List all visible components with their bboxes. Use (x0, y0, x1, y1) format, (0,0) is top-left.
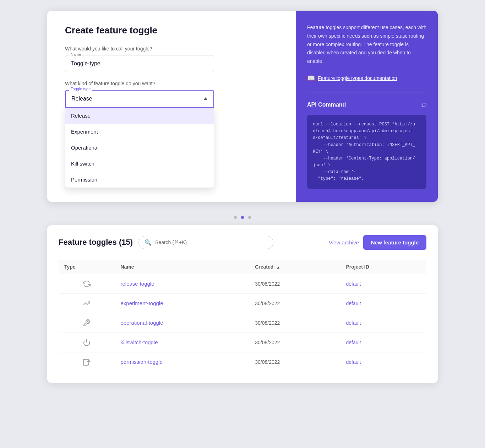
toggle-name-link[interactable]: experiment-toggle (120, 300, 163, 306)
experiment-type-icon (64, 299, 109, 307)
view-archive-button[interactable]: View archive (329, 239, 359, 245)
chevron-up-icon (203, 97, 208, 100)
type-cell (59, 333, 115, 352)
list-header: Feature toggles (15) 🔍 View archive New … (59, 235, 426, 250)
list-title: Feature toggles (15) (59, 238, 133, 247)
project-cell: default (340, 313, 426, 333)
name-cell: killswitch-toggle (115, 333, 249, 352)
col-type: Type (59, 260, 115, 274)
project-id-link[interactable]: default (346, 281, 361, 287)
toggle-name-link[interactable]: release-toggle (120, 281, 154, 287)
dot-2[interactable] (241, 216, 244, 219)
project-cell: default (340, 293, 426, 313)
name-cell: release-toggle (115, 274, 249, 293)
api-command-title: API Command (307, 102, 346, 108)
dropdown-item-operational[interactable]: Operational (65, 140, 214, 156)
project-id-link[interactable]: default (346, 301, 361, 306)
type-cell (59, 274, 115, 293)
name-input-wrapper: Name (65, 55, 282, 72)
modal-right-panel: Feature toggles support different use ca… (296, 11, 438, 202)
project-id-link[interactable]: default (346, 340, 361, 345)
type-cell (59, 313, 115, 333)
doc-link-label: Feature toggle types documentation (318, 75, 397, 81)
search-box[interactable]: 🔍 (138, 236, 273, 249)
type-cell (59, 352, 115, 372)
divider (307, 92, 426, 92)
copy-icon[interactable]: ⧉ (421, 101, 426, 109)
dropdown-item-experiment[interactable]: Experiment (65, 124, 214, 140)
type-floating-label: Toggle type (69, 87, 92, 91)
name-cell: experiment-toggle (115, 293, 249, 313)
info-text: Feature toggles support different use ca… (307, 23, 426, 66)
modal-left-panel: Create feature toggle What would you lik… (47, 11, 296, 202)
table-body: release-toggle 30/08/2022 default experi… (59, 274, 426, 372)
toggle-type-select[interactable]: Release (65, 90, 214, 108)
toggle-name-link[interactable]: permission-toggle (120, 359, 162, 365)
search-icon: 🔍 (145, 239, 152, 246)
created-date: 30/08/2022 (255, 340, 280, 345)
table-row: operational-toggle 30/08/2022 default (59, 313, 426, 333)
operational-type-icon (64, 319, 109, 327)
name-floating-label: Name (69, 52, 82, 56)
created-date: 30/08/2022 (255, 281, 280, 287)
created-date: 30/08/2022 (255, 359, 280, 365)
pagination-dots (7, 209, 478, 225)
header-actions: View archive New feature toggle (329, 235, 426, 250)
api-code-block: curl --location --request POST 'http://u… (307, 115, 426, 189)
col-project-id: Project ID (340, 260, 426, 274)
table-header-row: Type Name Created ▲ Project ID (59, 260, 426, 274)
table-row: release-toggle 30/08/2022 default (59, 274, 426, 293)
toggle-name-link[interactable]: operational-toggle (120, 320, 163, 326)
toggle-name-input[interactable] (65, 55, 214, 72)
sort-arrow-icon: ▲ (276, 265, 280, 269)
api-header: API Command ⧉ (307, 101, 426, 109)
type-question: What kind of feature toggle do you want? (65, 81, 282, 86)
name-question: What would you like to call your toggle? (65, 46, 282, 52)
name-cell: operational-toggle (115, 313, 249, 333)
table-row: permission-toggle 30/08/2022 default (59, 352, 426, 372)
doc-link[interactable]: 📖 Feature toggle types documentation (307, 74, 426, 82)
modal-title: Create feature toggle (65, 25, 282, 36)
type-dropdown-list: Release Experiment Operational Kill swit… (65, 108, 214, 188)
dropdown-item-release[interactable]: Release (65, 108, 214, 124)
dot-1[interactable] (234, 216, 237, 219)
toggle-type-select-wrapper: Toggle type Release Release Experiment O… (65, 90, 214, 108)
feature-toggles-list-card: Feature toggles (15) 🔍 View archive New … (47, 225, 438, 383)
col-created[interactable]: Created ▲ (249, 260, 340, 274)
table-row: killswitch-toggle 30/08/2022 default (59, 333, 426, 352)
search-input[interactable] (155, 239, 267, 245)
project-cell: default (340, 352, 426, 372)
toggle-name-link[interactable]: killswitch-toggle (120, 339, 158, 345)
dropdown-item-killswitch[interactable]: Kill switch (65, 156, 214, 172)
created-date: 30/08/2022 (255, 320, 280, 326)
dot-3[interactable] (248, 216, 251, 219)
created-cell: 30/08/2022 (249, 333, 340, 352)
new-feature-toggle-button[interactable]: New feature toggle (363, 235, 426, 250)
permission-type-icon (64, 358, 109, 366)
feature-toggles-table: Type Name Created ▲ Project ID release-t… (59, 260, 426, 372)
table-row: experiment-toggle 30/08/2022 default (59, 293, 426, 313)
created-cell: 30/08/2022 (249, 313, 340, 333)
created-cell: 30/08/2022 (249, 274, 340, 293)
created-cell: 30/08/2022 (249, 352, 340, 372)
create-toggle-modal: Create feature toggle What would you lik… (47, 11, 438, 202)
release-type-icon (64, 280, 109, 288)
selected-type-label: Release (71, 96, 92, 102)
project-id-link[interactable]: default (346, 359, 361, 365)
project-id-link[interactable]: default (346, 320, 361, 326)
col-name: Name (115, 260, 249, 274)
created-cell: 30/08/2022 (249, 293, 340, 313)
table-header: Type Name Created ▲ Project ID (59, 260, 426, 274)
book-icon: 📖 (307, 74, 315, 82)
dropdown-item-permission[interactable]: Permission (65, 172, 214, 188)
killswitch-type-icon (64, 339, 109, 346)
project-cell: default (340, 274, 426, 293)
created-date: 30/08/2022 (255, 301, 280, 306)
project-cell: default (340, 333, 426, 352)
type-cell (59, 293, 115, 313)
name-cell: permission-toggle (115, 352, 249, 372)
